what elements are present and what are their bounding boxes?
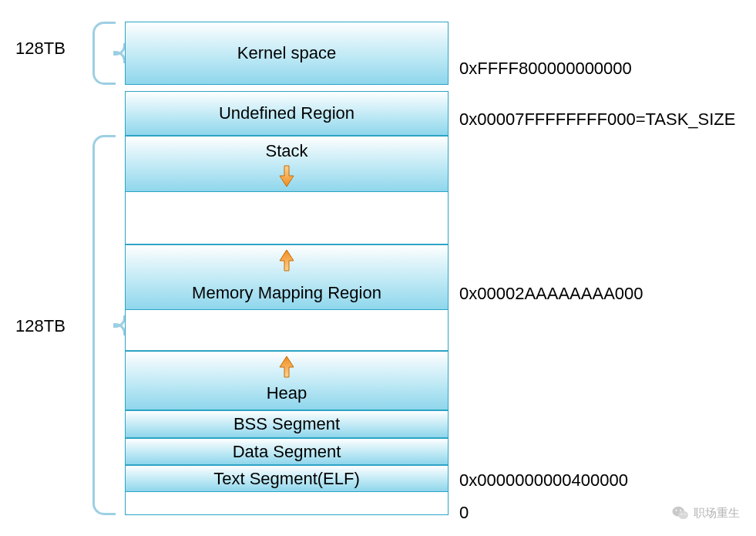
svg-point-3 — [680, 510, 681, 511]
svg-point-4 — [681, 514, 683, 515]
svg-point-1 — [678, 511, 688, 519]
seg-stack-label: Stack — [265, 141, 307, 161]
seg-gap2 — [125, 310, 449, 351]
addr-mmap: 0x00002AAAAAAAA000 — [459, 284, 643, 304]
seg-mmap-label: Memory Mapping Region — [192, 283, 381, 303]
watermark-text: 职场重生 — [694, 506, 740, 521]
svg-point-2 — [676, 510, 677, 511]
svg-point-5 — [684, 514, 686, 515]
addr-kernel: 0xFFFF800000000000 — [459, 59, 632, 79]
brace-user — [92, 135, 116, 515]
addr-task: 0x00007FFFFFFFF000=TASK_SIZE — [459, 110, 735, 130]
seg-undefined-label: Undefined Region — [219, 103, 354, 123]
seg-undefined: Undefined Region — [125, 91, 449, 136]
arrow-up-icon — [277, 249, 296, 272]
seg-gap1 — [125, 192, 449, 244]
seg-data: Data Segment — [125, 438, 449, 465]
seg-bss-label: BSS Segment — [234, 414, 340, 434]
memory-layout-diagram: 128TB 128TB Kernel space Undefined Regio… — [8, 15, 748, 524]
seg-text: Text Segment(ELF) — [125, 465, 449, 492]
arrow-up-icon — [277, 356, 296, 379]
kernel-size-label: 128TB — [15, 39, 66, 59]
addr-zero: 0 — [459, 503, 469, 523]
seg-mmap: Memory Mapping Region — [125, 244, 449, 310]
seg-heap: Heap — [125, 351, 449, 410]
addr-text: 0x0000000000400000 — [459, 470, 628, 490]
brace-kernel — [92, 22, 116, 85]
user-size-label: 128TB — [15, 316, 66, 336]
seg-bss: BSS Segment — [125, 410, 449, 438]
seg-data-label: Data Segment — [233, 442, 341, 462]
wechat-icon — [672, 505, 689, 521]
seg-kernel: Kernel space — [125, 22, 449, 85]
wechat-watermark: 职场重生 — [672, 505, 740, 521]
seg-heap-label: Heap — [267, 383, 307, 403]
seg-kernel-label: Kernel space — [237, 43, 336, 63]
seg-zero — [125, 492, 449, 515]
seg-text-label: Text Segment(ELF) — [213, 469, 360, 489]
arrow-down-icon — [277, 164, 296, 187]
seg-stack: Stack — [125, 136, 449, 192]
